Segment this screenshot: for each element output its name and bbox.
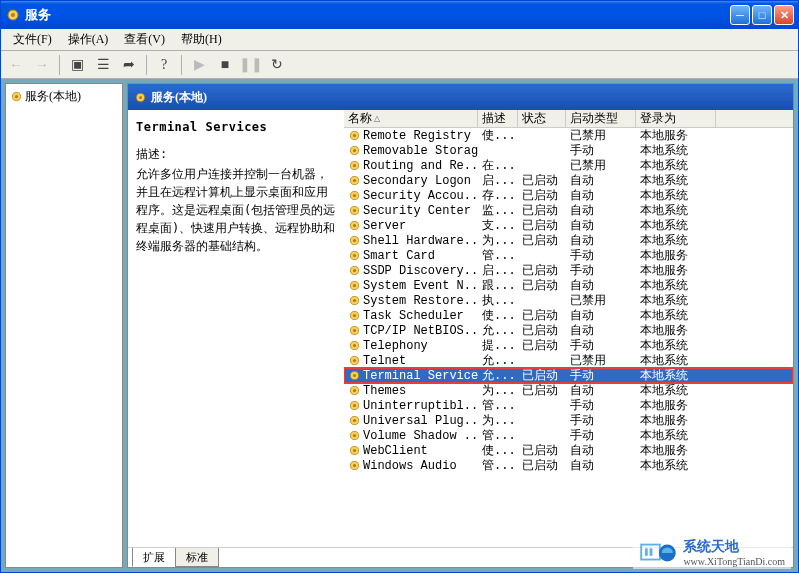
svg-point-23: [353, 254, 356, 257]
svg-rect-53: [645, 548, 648, 555]
table-row[interactable]: Task Scheduler使...已启动自动本地系统: [344, 308, 793, 323]
svg-point-47: [353, 434, 356, 437]
detail-pane: Terminal Services 描述: 允许多位用户连接并控制一台机器，并且…: [128, 110, 344, 547]
service-status: 已启动: [518, 277, 566, 294]
service-name: Terminal Services: [363, 369, 478, 383]
gear-icon: [348, 264, 361, 277]
svg-point-41: [353, 389, 356, 392]
svg-point-39: [353, 374, 356, 377]
start-service-button[interactable]: ▶: [188, 54, 210, 76]
table-row[interactable]: Secondary Logon启...已启动自动本地系统: [344, 173, 793, 188]
service-name: Telnet: [363, 354, 406, 368]
table-row[interactable]: Shell Hardware...为...已启动自动本地系统: [344, 233, 793, 248]
pause-service-button[interactable]: ❚❚: [240, 54, 262, 76]
svg-point-7: [353, 134, 356, 137]
service-desc: 使...: [478, 128, 518, 144]
svg-point-33: [353, 329, 356, 332]
svg-point-19: [353, 224, 356, 227]
restart-service-button[interactable]: ↻: [266, 54, 288, 76]
col-logon[interactable]: 登录为: [636, 110, 716, 127]
menu-view[interactable]: 查看(V): [116, 29, 173, 50]
service-list[interactable]: 名称△ 描述 状态 启动类型 登录为 Remote Registry使...已禁…: [344, 110, 793, 547]
back-button[interactable]: ←: [5, 54, 27, 76]
menu-help[interactable]: 帮助(H): [173, 29, 230, 50]
svg-point-3: [15, 95, 18, 98]
table-row[interactable]: Universal Plug...为...手动本地服务: [344, 413, 793, 428]
app-icon: [5, 7, 21, 23]
svg-point-27: [353, 284, 356, 287]
table-row[interactable]: System Restore...执...已禁用本地系统: [344, 293, 793, 308]
svg-point-49: [353, 449, 356, 452]
service-status: 已启动: [518, 232, 566, 249]
gear-icon: [348, 294, 361, 307]
table-row[interactable]: Terminal Services允...已启动手动本地系统: [344, 368, 793, 383]
minimize-button[interactable]: ─: [730, 5, 750, 25]
gear-icon: [348, 399, 361, 412]
main-pane: 服务(本地) Terminal Services 描述: 允许多位用户连接并控制…: [127, 83, 794, 568]
table-row[interactable]: Server支...已启动自动本地系统: [344, 218, 793, 233]
table-row[interactable]: Routing and Re...在...已禁用本地系统: [344, 158, 793, 173]
table-row[interactable]: Remote Registry使...已禁用本地服务: [344, 128, 793, 143]
list-rows[interactable]: Remote Registry使...已禁用本地服务Removable Stor…: [344, 128, 793, 547]
tree-pane[interactable]: 服务(本地): [5, 83, 123, 568]
table-row[interactable]: Telnet允...已禁用本地系统: [344, 353, 793, 368]
stop-service-button[interactable]: ■: [214, 54, 236, 76]
table-row[interactable]: WebClient使...已启动自动本地服务: [344, 443, 793, 458]
tab-standard[interactable]: 标准: [175, 548, 219, 567]
service-name: System Event N...: [363, 279, 478, 293]
menubar: 文件(F) 操作(A) 查看(V) 帮助(H): [1, 29, 798, 51]
menu-action[interactable]: 操作(A): [60, 29, 117, 50]
gear-icon: [348, 249, 361, 262]
forward-button[interactable]: →: [31, 54, 53, 76]
table-row[interactable]: System Event N...跟...已启动自动本地系统: [344, 278, 793, 293]
titlebar[interactable]: 服务 ─ □ ✕: [1, 1, 798, 29]
table-row[interactable]: SSDP Discovery...启...已启动手动本地服务: [344, 263, 793, 278]
col-status[interactable]: 状态: [518, 110, 566, 127]
svg-rect-54: [650, 548, 653, 555]
service-name: Security Accou...: [363, 189, 478, 203]
window-title: 服务: [25, 6, 730, 24]
table-row[interactable]: Telephony提...已启动手动本地系统: [344, 338, 793, 353]
properties-button[interactable]: ☰: [92, 54, 114, 76]
tree-item-services-local[interactable]: 服务(本地): [10, 88, 118, 105]
help-button[interactable]: ?: [153, 54, 175, 76]
main-header-title: 服务(本地): [151, 89, 207, 106]
service-name: Task Scheduler: [363, 309, 464, 323]
table-row[interactable]: Themes为...已启动自动本地系统: [344, 383, 793, 398]
table-row[interactable]: TCP/IP NetBIOS...允...已启动自动本地服务: [344, 323, 793, 338]
table-row[interactable]: Removable Storage手动本地系统: [344, 143, 793, 158]
service-status: 已启动: [518, 457, 566, 474]
table-row[interactable]: Uninterruptibl...管...手动本地服务: [344, 398, 793, 413]
tab-extended[interactable]: 扩展: [132, 548, 176, 567]
table-row[interactable]: Security Center监...已启动自动本地系统: [344, 203, 793, 218]
service-startup: 自动: [566, 457, 636, 474]
service-name: Routing and Re...: [363, 159, 478, 173]
detail-desc: 允许多位用户连接并控制一台机器，并且在远程计算机上显示桌面和应用程序。这是远程桌…: [136, 165, 336, 255]
col-startup[interactable]: 启动类型: [566, 110, 636, 127]
table-row[interactable]: Smart Card管...手动本地服务: [344, 248, 793, 263]
table-row[interactable]: Windows Audio管...已启动自动本地系统: [344, 458, 793, 473]
svg-point-9: [353, 149, 356, 152]
gear-icon: [348, 324, 361, 337]
export-button[interactable]: ➦: [118, 54, 140, 76]
main-header: 服务(本地): [128, 84, 793, 110]
svg-point-15: [353, 194, 356, 197]
show-hide-tree-button[interactable]: ▣: [66, 54, 88, 76]
watermark-text: 系统天地: [683, 538, 785, 556]
table-row[interactable]: Volume Shadow ...管...手动本地系统: [344, 428, 793, 443]
gear-icon: [348, 369, 361, 382]
service-status: 已启动: [518, 337, 566, 354]
service-name: Security Center: [363, 204, 471, 218]
svg-point-31: [353, 314, 356, 317]
table-row[interactable]: Security Accou...存...已启动自动本地系统: [344, 188, 793, 203]
gear-icon: [134, 91, 147, 104]
menu-file[interactable]: 文件(F): [5, 29, 60, 50]
svg-point-29: [353, 299, 356, 302]
col-desc[interactable]: 描述: [478, 110, 518, 127]
service-name: TCP/IP NetBIOS...: [363, 324, 478, 338]
col-name[interactable]: 名称△: [344, 110, 478, 127]
svg-point-13: [353, 179, 356, 182]
close-button[interactable]: ✕: [774, 5, 794, 25]
maximize-button[interactable]: □: [752, 5, 772, 25]
gear-icon: [348, 444, 361, 457]
